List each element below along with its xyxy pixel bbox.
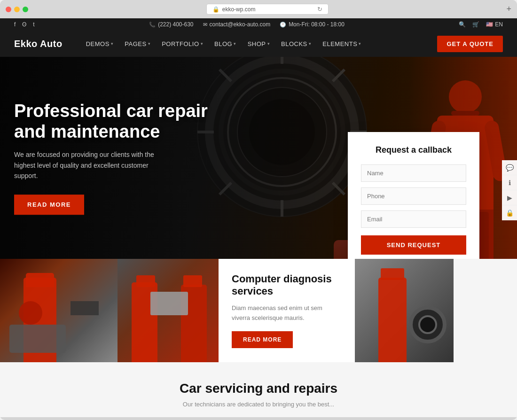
- mechanics-laptop-graphic: [122, 268, 216, 362]
- nav-item-portfolio[interactable]: PORTFOLIO ▾: [157, 37, 208, 51]
- chat-side-icon[interactable]: 💬: [502, 160, 517, 175]
- minimize-button[interactable]: [14, 7, 20, 12]
- section-title: Car servicing and repairs: [14, 381, 503, 396]
- card-read-more-button[interactable]: READ MORE: [232, 331, 293, 348]
- callback-title: Request a callback: [361, 145, 466, 155]
- card-image-2: [118, 259, 219, 362]
- phone-number[interactable]: (222) 400-630: [158, 21, 193, 28]
- close-button[interactable]: [6, 7, 11, 12]
- lang-label: EN: [495, 21, 503, 28]
- card-diagnosis-desc: Diam maecenas sed enim ut sem viverra sc…: [232, 303, 342, 323]
- side-icons-panel: 💬 ℹ ▶ 🔒: [502, 160, 517, 220]
- add-tab-button[interactable]: +: [506, 4, 511, 14]
- bottom-section: Car servicing and repairs Our technician…: [0, 362, 517, 417]
- hours-text: Mon-Fri: 08:00 - 18:00: [289, 21, 345, 28]
- email-input[interactable]: [361, 210, 466, 228]
- phone-input[interactable]: [361, 187, 466, 205]
- chevron-down-icon: ▾: [148, 41, 151, 46]
- lock-icon: 🔒: [212, 6, 219, 13]
- url-text: ekko-wp.com: [222, 6, 256, 13]
- email-address[interactable]: contact@ekko-auto.com: [210, 21, 271, 28]
- get-quote-button[interactable]: GET A QUOTE: [437, 36, 503, 52]
- callback-form: Request a callback SEND REQUEST: [348, 132, 479, 259]
- top-bar: f ʘ t 📞 (222) 400-630 ✉ contact@ekko-aut…: [0, 18, 517, 31]
- flag-icon: 🇺🇸: [486, 21, 493, 28]
- nav-item-pages[interactable]: PAGES ▾: [120, 37, 155, 51]
- chevron-down-icon: ▾: [111, 41, 114, 46]
- nav-item-blocks[interactable]: BLOCKS ▾: [276, 37, 316, 51]
- nav-item-elements[interactable]: ELEMENTS ▾: [318, 37, 366, 51]
- phone-info: 📞 (222) 400-630: [149, 21, 193, 28]
- twitter-icon[interactable]: t: [33, 21, 34, 28]
- contact-info: 📞 (222) 400-630 ✉ contact@ekko-auto.com …: [149, 21, 345, 28]
- browser-titlebar: 🔒 ekko-wp.com ↻ +: [0, 0, 517, 18]
- facebook-icon[interactable]: f: [14, 21, 16, 28]
- language-selector[interactable]: 🇺🇸 EN: [486, 21, 503, 28]
- card-diagnosis-title: Computer diagnosis services: [232, 273, 342, 298]
- play-side-icon[interactable]: ▶: [502, 190, 517, 205]
- url-input[interactable]: 🔒 ekko-wp.com ↻: [206, 4, 329, 15]
- hero-content: Professional car repair and maintenance …: [14, 101, 212, 215]
- nav-item-demos[interactable]: DEMOS ▾: [81, 37, 118, 51]
- hat-graphic: [26, 273, 54, 287]
- site-logo[interactable]: Ekko Auto: [14, 39, 63, 49]
- clock-icon: 🕐: [280, 22, 286, 28]
- card-image-1: [0, 259, 118, 362]
- send-request-button[interactable]: SEND REQUEST: [361, 235, 466, 255]
- read-more-button[interactable]: READ MORE: [14, 194, 84, 215]
- nav-item-blog[interactable]: BLOG ▾: [210, 37, 241, 51]
- nav-item-shop[interactable]: SHOP ▾: [243, 37, 274, 51]
- search-icon[interactable]: 🔍: [459, 21, 466, 28]
- chevron-down-icon: ▾: [359, 41, 361, 46]
- info-side-icon[interactable]: ℹ: [502, 175, 517, 190]
- cards-section: Computer diagnosis services Diam maecena…: [0, 259, 517, 362]
- hero-section: Professional car repair and maintenance …: [0, 57, 517, 259]
- address-bar: 🔒 ekko-wp.com ↻: [50, 4, 485, 15]
- chevron-down-icon: ▾: [309, 41, 312, 46]
- nav-menu: DEMOS ▾ PAGES ▾ PORTFOLIO ▾ BLOG ▾ SHOP …: [81, 37, 438, 51]
- mechanic-engine-graphic: [9, 268, 108, 362]
- card-image-3: [355, 259, 454, 362]
- email-info: ✉ contact@ekko-auto.com: [203, 21, 271, 28]
- lock-side-icon[interactable]: 🔒: [502, 205, 517, 220]
- chevron-down-icon: ▾: [201, 41, 204, 46]
- mechanic-wheel-graphic: [360, 264, 449, 362]
- nav-icons: 🔍 🛒 🇺🇸 EN: [459, 21, 503, 28]
- hours-info: 🕐 Mon-Fri: 08:00 - 18:00: [280, 21, 345, 28]
- cart-icon[interactable]: 🛒: [472, 21, 479, 28]
- reload-icon[interactable]: ↻: [317, 6, 322, 13]
- social-links: f ʘ t: [14, 21, 35, 28]
- main-navigation: Ekko Auto DEMOS ▾ PAGES ▾ PORTFOLIO ▾ BL…: [0, 31, 517, 57]
- name-input[interactable]: [361, 164, 466, 182]
- section-subtitle: Our technicians are dedicated to bringin…: [14, 401, 503, 408]
- website-content: f ʘ t 📞 (222) 400-630 ✉ contact@ekko-aut…: [0, 18, 517, 417]
- phone-icon: 📞: [149, 22, 156, 28]
- instagram-icon[interactable]: ʘ: [22, 21, 26, 28]
- chevron-down-icon: ▾: [234, 41, 236, 46]
- email-icon: ✉: [203, 22, 207, 28]
- hero-title: Professional car repair and maintenance: [14, 101, 212, 142]
- maximize-button[interactable]: [23, 7, 28, 12]
- browser-chrome: 🔒 ekko-wp.com ↻ + f ʘ t 📞 (222) 400-630 …: [0, 0, 517, 420]
- chevron-down-icon: ▾: [267, 41, 270, 46]
- card-text-panel: Computer diagnosis services Diam maecena…: [219, 259, 355, 362]
- hero-subtitle: We are focused on providing our clients …: [14, 150, 174, 181]
